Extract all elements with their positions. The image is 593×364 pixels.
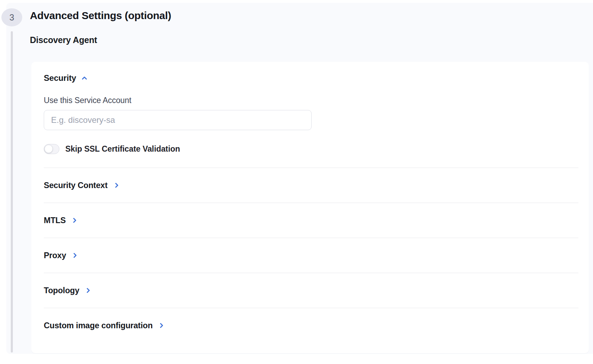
section-label: Topology [44,286,79,295]
section-row-topology[interactable]: Topology [44,273,578,308]
collapsed-sections-list: Security Context MTLS Proxy [44,168,578,343]
chevron-right-icon[interactable] [71,252,79,259]
section-label: Security Context [44,181,108,190]
section-label: Custom image configuration [44,321,153,330]
step-title: Advanced Settings (optional) [30,10,171,22]
step-number: 3 [9,12,14,23]
skip-ssl-label: Skip SSL Certificate Validation [65,144,180,154]
chevron-right-icon[interactable] [113,181,121,189]
discovery-agent-card: Security Use this Service Account Skip S… [31,62,589,353]
skip-ssl-toggle[interactable] [44,144,59,154]
section-label: Security [44,73,76,83]
skip-ssl-row: Skip SSL Certificate Validation [44,144,578,154]
section-label: Proxy [44,251,66,260]
chevron-right-icon[interactable] [158,322,165,329]
section-row-custom-image-configuration[interactable]: Custom image configuration [44,308,578,343]
section-label: MTLS [44,216,66,225]
step-number-badge: 3 [1,8,22,26]
section-row-mtls[interactable]: MTLS [44,203,578,238]
service-account-label: Use this Service Account [44,96,578,105]
chevron-up-icon[interactable] [81,74,88,82]
stepper-connector-line [11,31,13,353]
section-row-proxy[interactable]: Proxy [44,238,578,273]
toggle-knob [44,145,53,153]
section-row-security-context[interactable]: Security Context [44,168,578,203]
chevron-right-icon[interactable] [84,287,92,294]
discovery-agent-heading: Discovery Agent [30,35,97,45]
service-account-input[interactable] [44,110,312,130]
chevron-right-icon[interactable] [71,217,79,224]
section-header-security[interactable]: Security [44,73,88,83]
